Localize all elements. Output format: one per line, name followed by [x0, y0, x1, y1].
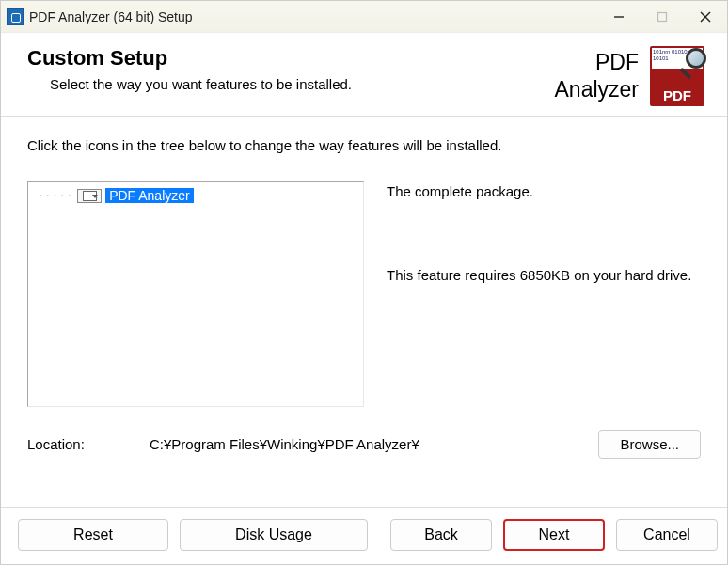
product-logo: 101nm 01010 10101 PDF	[650, 46, 704, 106]
app-icon	[7, 8, 24, 25]
page-title: Custom Setup	[27, 46, 352, 71]
back-button[interactable]: Back	[390, 519, 492, 551]
body: Click the icons in the tree below to cha…	[1, 117, 727, 507]
browse-button[interactable]: Browse...	[598, 430, 701, 459]
titlebar: PDF Analyzer (64 bit) Setup	[1, 1, 727, 33]
feature-requirement: This feature requires 6850KB on your har…	[387, 267, 701, 283]
cancel-button[interactable]: Cancel	[616, 519, 718, 551]
logo-pdf-label: PDF	[652, 87, 703, 103]
close-button[interactable]	[684, 1, 727, 33]
feature-label[interactable]: PDF Analyzer	[105, 188, 194, 203]
feature-tree-root[interactable]: ····· PDF Analyzer	[38, 188, 354, 203]
tree-connector: ·····	[38, 190, 73, 202]
instruction-text: Click the icons in the tree below to cha…	[27, 137, 701, 153]
next-button[interactable]: Next	[503, 519, 605, 551]
feature-install-icon[interactable]	[77, 189, 102, 203]
header: Custom Setup Select the way you want fea…	[1, 33, 727, 117]
brand-text: PDF Analyzer	[555, 49, 639, 103]
location-label: Location:	[27, 436, 150, 452]
location-path: C:¥Program Files¥Winking¥PDF Analyzer¥	[150, 436, 598, 452]
minimize-button[interactable]	[597, 1, 641, 33]
maximize-button	[641, 1, 684, 33]
disk-usage-button[interactable]: Disk Usage	[180, 519, 368, 551]
footer: Reset Disk Usage Back Next Cancel	[1, 507, 727, 564]
feature-description: The complete package. This feature requi…	[387, 181, 701, 407]
page-subtitle: Select the way you want features to be i…	[50, 76, 352, 92]
svg-rect-1	[658, 12, 667, 21]
installer-window: PDF Analyzer (64 bit) Setup Custom Setup…	[0, 0, 728, 565]
window-title: PDF Analyzer (64 bit) Setup	[29, 9, 193, 24]
magnifier-icon	[678, 48, 706, 76]
feature-summary: The complete package.	[387, 183, 701, 199]
feature-tree[interactable]: ····· PDF Analyzer	[27, 181, 364, 407]
reset-button[interactable]: Reset	[18, 519, 168, 551]
